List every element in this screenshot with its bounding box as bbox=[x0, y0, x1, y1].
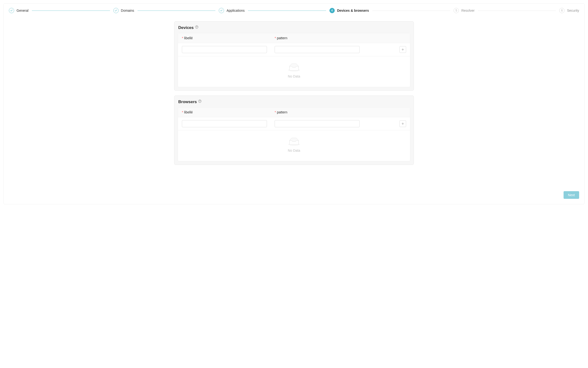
step-connector bbox=[137, 10, 216, 11]
step-number-icon: 5 bbox=[453, 8, 459, 13]
svg-point-6 bbox=[200, 102, 200, 102]
required-mark: * bbox=[182, 110, 183, 114]
check-icon bbox=[219, 8, 224, 13]
step-resolver[interactable]: 5 Resolver bbox=[453, 8, 474, 13]
devices-table-head: * libellé * pattern bbox=[178, 33, 410, 43]
step-connector bbox=[32, 10, 110, 11]
step-label: Applications bbox=[226, 9, 245, 12]
check-icon bbox=[113, 8, 119, 13]
required-mark: * bbox=[275, 110, 276, 114]
browsers-empty-state: No Data bbox=[178, 130, 410, 161]
wizard-stepper: General Domains Applications 4 Devices &… bbox=[9, 8, 579, 13]
step-devices-browsers[interactable]: 4 Devices & browsers bbox=[329, 8, 369, 13]
step-connector bbox=[372, 10, 451, 11]
panel-title-text: Browsers bbox=[178, 100, 197, 104]
devices-add-button[interactable] bbox=[399, 46, 406, 53]
col-pattern-header: * pattern bbox=[271, 107, 364, 117]
col-pattern-header: * pattern bbox=[271, 33, 364, 43]
col-action-header bbox=[364, 107, 410, 117]
devices-libelle-input[interactable] bbox=[182, 46, 267, 53]
required-mark: * bbox=[182, 36, 183, 40]
required-mark: * bbox=[275, 36, 276, 40]
step-label: Domains bbox=[121, 9, 134, 12]
help-icon[interactable] bbox=[198, 99, 202, 103]
step-security[interactable]: 6 Security bbox=[559, 8, 579, 13]
plus-icon bbox=[401, 122, 405, 125]
devices-panel: Devices * libellé * pattern bbox=[174, 21, 414, 91]
content-wrap: Devices * libellé * pattern bbox=[174, 21, 414, 165]
col-libelle-label: libellé bbox=[184, 110, 193, 114]
svg-point-1 bbox=[197, 28, 197, 28]
devices-empty-text: No Data bbox=[288, 74, 300, 78]
devices-panel-title: Devices bbox=[178, 25, 410, 33]
step-label: Resolver bbox=[461, 9, 474, 12]
cell-libelle bbox=[178, 43, 271, 56]
help-icon[interactable] bbox=[195, 25, 198, 28]
col-action-header bbox=[364, 33, 410, 43]
col-libelle-header: * libellé bbox=[178, 33, 271, 43]
step-number-icon: 4 bbox=[329, 8, 335, 13]
browsers-panel-title: Browsers bbox=[178, 99, 410, 107]
cell-pattern bbox=[271, 117, 364, 130]
step-label: General bbox=[17, 9, 29, 12]
browsers-input-row bbox=[178, 117, 410, 130]
cell-libelle bbox=[178, 117, 271, 130]
devices-pattern-input[interactable] bbox=[275, 46, 360, 53]
browsers-table-head: * libellé * pattern bbox=[178, 107, 410, 117]
browsers-panel: Browsers * libellé * pattern bbox=[174, 95, 414, 165]
step-connector bbox=[248, 10, 326, 11]
page-container: General Domains Applications 4 Devices &… bbox=[3, 3, 585, 204]
footer-actions: Next bbox=[564, 191, 579, 199]
panel-title-text: Devices bbox=[178, 25, 194, 30]
step-domains[interactable]: Domains bbox=[113, 8, 134, 13]
col-libelle-label: libellé bbox=[184, 36, 193, 40]
empty-box-icon bbox=[288, 138, 300, 146]
devices-empty-state: No Data bbox=[178, 56, 410, 87]
step-general[interactable]: General bbox=[9, 8, 29, 13]
browsers-add-button[interactable] bbox=[399, 120, 406, 127]
col-pattern-label: pattern bbox=[277, 110, 288, 114]
check-icon bbox=[9, 8, 14, 13]
empty-box-icon bbox=[288, 64, 300, 72]
cell-pattern bbox=[271, 43, 364, 56]
step-number-icon: 6 bbox=[559, 8, 565, 13]
col-libelle-header: * libellé bbox=[178, 107, 271, 117]
next-button[interactable]: Next bbox=[564, 191, 579, 199]
browsers-pattern-input[interactable] bbox=[275, 120, 360, 127]
browsers-table: * libellé * pattern bbox=[178, 107, 410, 161]
cell-action bbox=[364, 118, 410, 130]
browsers-libelle-input[interactable] bbox=[182, 120, 267, 127]
devices-input-row bbox=[178, 43, 410, 56]
cell-action bbox=[364, 43, 410, 56]
browsers-empty-text: No Data bbox=[288, 149, 300, 152]
step-label: Devices & browsers bbox=[337, 9, 369, 12]
step-applications[interactable]: Applications bbox=[219, 8, 245, 13]
plus-icon bbox=[401, 48, 405, 51]
devices-table: * libellé * pattern bbox=[178, 33, 410, 87]
step-connector bbox=[478, 10, 556, 11]
col-pattern-label: pattern bbox=[277, 36, 288, 40]
step-label: Security bbox=[567, 9, 579, 12]
